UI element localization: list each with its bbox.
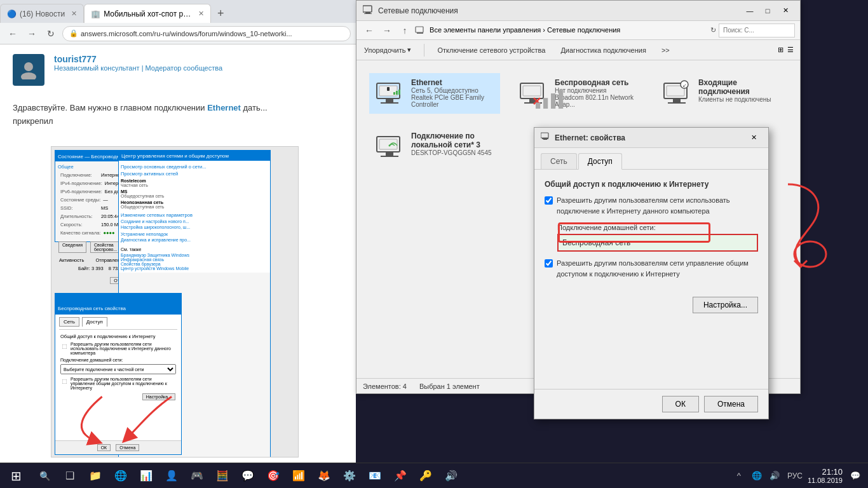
taskbar-contacts[interactable]: 👤 bbox=[159, 463, 184, 489]
svg-rect-30 bbox=[379, 139, 397, 149]
more-button[interactable]: >> bbox=[659, 44, 672, 56]
tray-notifications[interactable]: 💬 bbox=[848, 468, 863, 484]
tab2-favicon: 🏢 bbox=[91, 10, 100, 18]
svg-rect-5 bbox=[416, 27, 423, 32]
back-button[interactable]: ← bbox=[5, 26, 20, 41]
cancel-button[interactable]: Отмена bbox=[704, 396, 758, 412]
search-button[interactable]: 🔍 bbox=[32, 463, 57, 489]
taskbar-calc[interactable]: 🧮 bbox=[210, 463, 235, 489]
taskbar-file-explorer[interactable]: 📁 bbox=[83, 463, 108, 489]
organize-button[interactable]: Упорядочить ▾ bbox=[362, 44, 414, 56]
eth-dialog-icon bbox=[541, 132, 550, 143]
mini-settings2-btn[interactable]: Настройка... bbox=[142, 393, 175, 400]
tab2-close[interactable]: ✕ bbox=[198, 10, 204, 18]
eth-tab-network[interactable]: Сеть bbox=[541, 153, 577, 169]
local-info: Подключение по локальной сети* 3 DESKTOP… bbox=[411, 132, 495, 156]
forward-button[interactable]: → bbox=[24, 26, 39, 41]
disable-device-button[interactable]: Отключение сетевого устройства bbox=[435, 44, 548, 56]
svg-rect-36 bbox=[543, 139, 547, 140]
taskbar-settings[interactable]: ⚙️ bbox=[337, 463, 362, 489]
taskbar-dota[interactable]: 🎯 bbox=[261, 463, 286, 489]
checkbox2-row: Разрешить другим пользователям сети упра… bbox=[545, 258, 758, 279]
organize-label: Упорядочить bbox=[364, 46, 405, 54]
eth-dialog-body: Общий доступ к подключению к Интернету Р… bbox=[534, 170, 768, 297]
net-search-input[interactable] bbox=[719, 24, 795, 37]
svg-rect-26 bbox=[668, 102, 686, 104]
minimize-button[interactable]: — bbox=[742, 3, 758, 19]
ethernet-info: Ethernet Сеть 5, Общедоступно Realtek PC… bbox=[411, 78, 495, 108]
tray-network[interactable]: 🌐 bbox=[749, 468, 764, 484]
tab1-close[interactable]: ✕ bbox=[71, 10, 77, 18]
taskbar-extra[interactable]: 🔑 bbox=[413, 463, 438, 489]
ethernet-name: Ethernet bbox=[411, 78, 495, 87]
diagnose-button[interactable]: Диагностика подключения bbox=[558, 44, 648, 56]
mini-cancel-btn[interactable]: Отмена bbox=[116, 444, 139, 451]
wireless-item[interactable]: ✕ Беспроводная сеть Нет подключения Broa… bbox=[513, 73, 644, 114]
section-title: Общий доступ к подключению к Интернету bbox=[545, 180, 758, 189]
user-role: Независимый консультант | Модератор сооб… bbox=[54, 64, 222, 72]
taskbar-clock[interactable]: 21:10 11.08.2019 bbox=[808, 467, 845, 484]
browser-tab-1[interactable]: 🔵 (16) Новости ✕ bbox=[0, 4, 84, 23]
address-bar[interactable]: 🔒 answers.microsoft.com/ru-ru/windows/fo… bbox=[62, 26, 351, 41]
net-addressbar: ← → ↑ Все элементы панели управления › С… bbox=[356, 21, 800, 40]
incoming-item[interactable]: ↙ Входящие подключения Клиенты не подклю… bbox=[656, 73, 787, 114]
tab1-title: (16) Новости bbox=[20, 10, 65, 18]
mini-checkbox1[interactable] bbox=[62, 344, 67, 349]
eth-dialog-footer: ОК Отмена bbox=[534, 389, 768, 419]
eth-tab-access[interactable]: Доступ bbox=[578, 153, 622, 170]
net-refresh-icon[interactable]: ↻ bbox=[710, 26, 716, 34]
taskbar-mail[interactable]: 📧 bbox=[362, 463, 388, 489]
taskbar-taskview[interactable]: ❑ bbox=[57, 463, 83, 489]
mini-ok-btn[interactable]: ОК bbox=[97, 444, 111, 451]
browser-tab-2[interactable]: 🏢 Мобильный хот-спот раздает W... ✕ bbox=[84, 4, 211, 23]
taskbar-store[interactable]: 📊 bbox=[133, 463, 159, 489]
maximize-button[interactable]: □ bbox=[759, 3, 776, 19]
checkbox2-label: Разрешить другим пользователям сети упра… bbox=[557, 258, 758, 279]
mini-wireless-props: Беспроводная сеть свойства Сеть Доступ О… bbox=[55, 293, 182, 455]
embedded-screenshot: Состояние — Беспроводная сеть Общее Подк… bbox=[51, 146, 299, 458]
eth-tabs: Сеть Доступ bbox=[534, 148, 768, 170]
incoming-icon: ↙ bbox=[661, 78, 692, 109]
tray-volume2[interactable]: 🔊 bbox=[767, 468, 782, 484]
checkbox2-input[interactable] bbox=[545, 259, 553, 268]
ok-button[interactable]: ОК bbox=[662, 396, 699, 412]
eth-close-button[interactable]: ✕ bbox=[745, 130, 762, 146]
browser-tabs-bar: 🔵 (16) Новости ✕ 🏢 Мобильный хот-спот ра… bbox=[0, 0, 356, 23]
items-count: Элементов: 4 bbox=[363, 383, 407, 390]
mini-checkbox2[interactable] bbox=[62, 379, 67, 384]
taskbar-wifi[interactable]: 📶 bbox=[286, 463, 311, 489]
start-button[interactable]: ⊞ bbox=[0, 463, 32, 489]
mini-home-net-select[interactable]: Выберите подключение к частной сети bbox=[60, 364, 176, 374]
browser-content: tourist777 Независимый консультант | Мод… bbox=[0, 44, 356, 488]
taskbar: ⊞ 🔍 ❑ 📁 🌐 📊 👤 🎮 🧮 💬 🎯 📶 🦊 ⚙️ 📧 📌 🔑 🔊 ^ 🌐… bbox=[0, 463, 868, 488]
taskbar-browser[interactable]: 🌐 bbox=[108, 463, 133, 489]
net-window-title: Сетевые подключения bbox=[378, 6, 736, 15]
local-item[interactable]: Подключение по локальной сети* 3 DESKTOP… bbox=[369, 126, 500, 167]
view-list-icon[interactable]: ☰ bbox=[786, 44, 795, 55]
net-up-button[interactable]: ↑ bbox=[397, 23, 412, 38]
close-button[interactable]: ✕ bbox=[777, 3, 794, 19]
mini-properties-btn[interactable]: Сведения bbox=[58, 241, 86, 253]
ethernet-item[interactable]: Ethernet Сеть 5, Общедоступно Realtek PC… bbox=[369, 73, 500, 114]
taskbar-volume[interactable]: 🔊 bbox=[438, 463, 464, 489]
taskbar-firefox[interactable]: 🦊 bbox=[311, 463, 337, 489]
net-titlebar: Сетевые подключения — □ ✕ bbox=[356, 1, 800, 21]
refresh-button[interactable]: ↻ bbox=[43, 26, 58, 41]
settings-button[interactable]: Настройка... bbox=[693, 297, 758, 313]
tab2-title: Мобильный хот-спот раздает W... bbox=[104, 10, 192, 18]
home-net-input[interactable] bbox=[557, 234, 758, 252]
taskbar-steam[interactable]: 🎮 bbox=[184, 463, 210, 489]
tray-chevron[interactable]: ^ bbox=[731, 468, 747, 484]
svg-rect-25 bbox=[673, 98, 681, 102]
svg-point-33 bbox=[389, 145, 391, 147]
selected-count: Выбран 1 элемент bbox=[419, 383, 480, 390]
disable-label: Отключение сетевого устройства bbox=[437, 46, 545, 54]
svg-rect-4 bbox=[364, 13, 372, 14]
net-back-button[interactable]: ← bbox=[362, 23, 377, 38]
taskbar-discord[interactable]: 💬 bbox=[235, 463, 261, 489]
new-tab-button[interactable]: + bbox=[211, 4, 230, 23]
net-forward-button[interactable]: → bbox=[379, 23, 395, 38]
taskbar-pin[interactable]: 📌 bbox=[388, 463, 413, 489]
view-details-icon[interactable]: ⊞ bbox=[776, 44, 785, 55]
checkbox1-input[interactable] bbox=[545, 196, 553, 205]
